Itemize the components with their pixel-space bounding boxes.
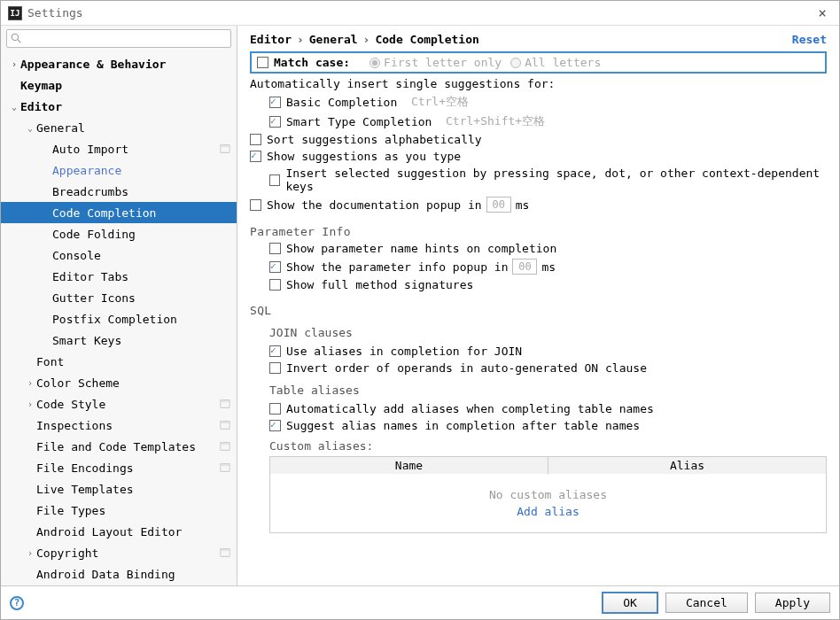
sidebar: ›Appearance & BehaviorKeymap⌄Editor⌄Gene…	[1, 26, 237, 585]
sidebar-item-android-data-binding[interactable]: Android Data Binding	[1, 563, 237, 585]
breadcrumb: Editor› General› Code Completion	[250, 33, 792, 46]
radio-icon	[510, 58, 521, 68]
checkbox-icon[interactable]	[250, 134, 261, 145]
param-info-option[interactable]: Show parameter name hints on completion	[250, 242, 827, 255]
svg-rect-13	[221, 549, 230, 552]
option-sort-suggestions-alphabeticall[interactable]: Sort suggestions alphabetically	[250, 133, 827, 146]
auto-insert-smart-type-completion[interactable]: Smart Type Completion Ctrl+Shift+空格	[250, 113, 827, 129]
checkbox-icon[interactable]	[269, 116, 281, 128]
app-icon: IJ	[8, 6, 22, 20]
project-icon	[219, 546, 231, 559]
join-heading: JOIN clauses	[269, 326, 827, 339]
checkbox-icon[interactable]	[269, 403, 281, 415]
table-aliases-heading: Table aliases	[269, 384, 827, 397]
svg-rect-9	[221, 443, 230, 446]
svg-point-0	[12, 34, 18, 40]
apply-button[interactable]: Apply	[755, 593, 830, 613]
sidebar-item-live-templates[interactable]: Live Templates	[1, 478, 237, 500]
doc-popup-row[interactable]: Show the documentation popup in ms	[250, 197, 827, 213]
custom-aliases-table: Name Alias No custom aliases Add alias	[269, 456, 827, 533]
doc-popup-checkbox[interactable]	[250, 199, 261, 211]
checkbox-icon[interactable]	[269, 261, 281, 273]
sidebar-item-auto-import[interactable]: Auto Import	[1, 138, 237, 159]
col-alias[interactable]: Alias	[548, 457, 826, 474]
auto-insert-basic-completion[interactable]: Basic Completion Ctrl+空格	[250, 94, 827, 110]
col-name[interactable]: Name	[270, 457, 548, 474]
chevron-icon: ⌄	[27, 123, 36, 133]
join-option[interactable]: Use aliases in completion for JOIN	[250, 345, 827, 358]
match-case-all-letters[interactable]: All letters	[510, 56, 601, 69]
search-icon	[11, 33, 22, 44]
chevron-icon: ›	[12, 59, 20, 69]
project-icon	[219, 440, 231, 453]
option-show-suggestions-as-you-type[interactable]: Show suggestions as you type	[250, 150, 827, 163]
checkbox-icon[interactable]	[269, 97, 281, 108]
svg-rect-7	[221, 422, 230, 424]
window-title: Settings	[27, 6, 813, 19]
doc-popup-delay-field[interactable]	[486, 197, 511, 213]
sidebar-item-general[interactable]: ⌄General	[1, 117, 237, 138]
chevron-icon: ›	[27, 378, 36, 388]
checkbox-icon[interactable]	[269, 420, 281, 431]
checkbox-icon[interactable]	[269, 174, 280, 186]
table-alias-option[interactable]: Suggest alias names in completion after …	[250, 419, 827, 432]
cancel-button[interactable]: Cancel	[665, 593, 748, 613]
sidebar-item-file-encodings[interactable]: File Encodings	[1, 457, 237, 478]
project-icon	[219, 419, 231, 431]
sidebar-item-inspections[interactable]: Inspections	[1, 415, 237, 436]
match-case-row: Match case: First letter only All letter…	[250, 51, 827, 74]
sidebar-item-color-scheme[interactable]: ›Color Scheme	[1, 372, 237, 393]
param-info-option[interactable]: Show the parameter info popup inms	[250, 259, 827, 275]
chevron-icon: ⌄	[12, 102, 20, 112]
sidebar-item-editor-tabs[interactable]: Editor Tabs	[1, 266, 237, 287]
checkbox-icon[interactable]	[269, 362, 281, 374]
sidebar-item-gutter-icons[interactable]: Gutter Icons	[1, 287, 237, 308]
checkbox-icon[interactable]	[269, 243, 281, 254]
sidebar-item-smart-keys[interactable]: Smart Keys	[1, 329, 237, 351]
svg-rect-11	[221, 464, 230, 467]
ok-button[interactable]: OK	[602, 592, 658, 614]
sidebar-item-copyright[interactable]: ›Copyright	[1, 542, 237, 563]
sidebar-item-postfix-completion[interactable]: Postfix Completion	[1, 308, 237, 329]
sidebar-item-appearance[interactable]: Appearance	[1, 159, 237, 181]
join-option[interactable]: Invert order of operands in auto-generat…	[250, 361, 827, 375]
custom-aliases-label: Custom aliases:	[269, 439, 827, 453]
sidebar-item-code-folding[interactable]: Code Folding	[1, 223, 237, 244]
chevron-icon: ›	[27, 399, 36, 409]
table-alias-option[interactable]: Automatically add aliases when completin…	[250, 402, 827, 415]
radio-icon	[369, 58, 380, 68]
sidebar-item-appearance-behavior[interactable]: ›Appearance & Behavior	[1, 53, 237, 74]
sidebar-item-code-completion[interactable]: Code Completion	[1, 202, 237, 223]
svg-rect-3	[221, 145, 230, 148]
sidebar-item-font[interactable]: Font	[1, 351, 237, 372]
project-icon	[219, 461, 231, 474]
checkbox-icon[interactable]	[250, 151, 261, 162]
sidebar-item-file-types[interactable]: File Types	[1, 500, 237, 521]
match-case-checkbox[interactable]	[257, 57, 268, 68]
sidebar-item-keymap[interactable]: Keymap	[1, 74, 237, 96]
sidebar-item-file-and-code-templates[interactable]: File and Code Templates	[1, 436, 237, 457]
sidebar-item-breadcrumbs[interactable]: Breadcrumbs	[1, 181, 237, 202]
project-icon	[219, 398, 231, 410]
svg-line-1	[18, 40, 21, 43]
sidebar-item-console[interactable]: Console	[1, 244, 237, 266]
auto-insert-heading: Automatically insert single suggestions …	[250, 77, 827, 90]
checkbox-icon[interactable]	[269, 345, 281, 357]
table-empty-text: No custom aliases	[489, 488, 607, 501]
option-insert-selected-suggestion-by-[interactable]: Insert selected suggestion by pressing s…	[250, 167, 827, 193]
param-info-option[interactable]: Show full method signatures	[250, 278, 827, 291]
add-alias-link[interactable]: Add alias	[517, 505, 579, 518]
match-case-first-letter[interactable]: First letter only	[369, 56, 502, 69]
chevron-icon: ›	[27, 548, 36, 558]
close-icon[interactable]: ×	[813, 4, 832, 21]
reset-link[interactable]: Reset	[792, 33, 827, 46]
help-icon[interactable]: ?	[10, 596, 24, 610]
sidebar-item-android-layout-editor[interactable]: Android Layout Editor	[1, 521, 237, 542]
sidebar-item-code-style[interactable]: ›Code Style	[1, 393, 237, 415]
svg-rect-5	[221, 400, 230, 403]
checkbox-icon[interactable]	[269, 279, 281, 291]
sidebar-item-editor[interactable]: ⌄Editor	[1, 96, 237, 117]
param-info-delay-field[interactable]	[512, 259, 537, 275]
search-input[interactable]	[6, 29, 231, 48]
param-info-heading: Parameter Info	[250, 225, 827, 238]
